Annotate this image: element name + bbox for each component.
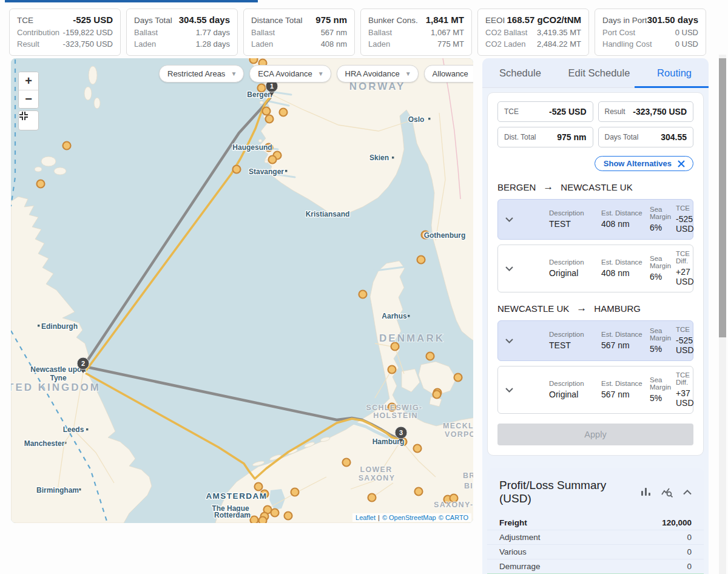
dropdown-label: Allowance [433,69,468,78]
port-marker[interactable] [291,488,299,496]
route-option-selected[interactable]: DescriptionTEST Est. Distance408 nm Sea … [497,199,693,240]
active-tab-indicator [635,86,709,88]
port-marker[interactable] [263,107,271,115]
eca-avoidance-dropdown[interactable]: ECA Avoidance▼ [249,65,331,83]
map-label: Stavanger [249,167,284,176]
kpi-card-days-in-port: Days in Port301.50 days Port Cost0 USD H… [595,8,706,56]
leaflet-link[interactable]: Leaflet [356,514,376,521]
apply-button[interactable]: Apply [497,424,693,445]
option-col-value: 6% [650,223,676,232]
chevron-down-icon[interactable] [505,263,549,274]
restricted-areas-dropdown[interactable]: Restricted Areas▼ [159,65,244,83]
port-marker[interactable] [388,366,396,374]
route-option-original[interactable]: DescriptionOriginal Est. Distance408 nm … [497,245,693,292]
option-col-value: Original [549,390,601,399]
map-label: SCHLESWIG- [366,403,423,412]
kpi-value: 301.50 days [647,14,698,26]
port-marker[interactable] [251,516,258,524]
option-col-value: -525 USD [676,214,687,234]
map-label: HOLSTEIN [373,411,418,420]
port-marker[interactable] [266,115,274,123]
summary-box-result: Result-323,750 USD [598,101,694,122]
port-marker[interactable] [414,445,422,453]
port-marker[interactable] [433,391,441,399]
map-label: AMSTERDAM [206,491,267,501]
city-dot [392,157,394,158]
kpi-sub-label: CO2 Laden [485,38,526,50]
dropdown-label: Restricted Areas [167,69,225,78]
chevron-down-icon[interactable] [505,335,549,346]
option-col-value: 408 nm [601,219,650,229]
close-icon[interactable] [677,160,686,168]
pnl-row-freight: Freight120,000 [487,516,704,530]
map-label: Kristiansand [306,210,350,218]
option-col-value: 408 nm [601,268,650,278]
trend-search-icon[interactable] [661,487,673,498]
port-marker[interactable] [271,509,279,517]
map-filter-row: Restricted Areas▼ ECA Avoidance▼ HRA Avo… [159,65,473,83]
option-col-value: +37 USD [676,388,687,408]
port-marker[interactable] [269,156,277,164]
map-label: Tyne [50,374,66,382]
page-scrollbar-track[interactable] [719,55,726,574]
fit-bounds-button[interactable] [18,110,39,130]
openstreetmap-link[interactable]: © OpenStreetMap [382,514,436,521]
waypoint-pin-number: 1 [270,83,274,90]
tab-edit-schedule[interactable]: Edit Schedule [568,67,630,79]
chevron-down-icon[interactable] [505,214,549,225]
port-marker[interactable] [368,494,376,502]
port-marker[interactable] [250,58,258,64]
leg-header-newcastle-hamburg: NEWCASTLE UK → HAMBURG [497,302,693,314]
route-option-selected[interactable]: DescriptionTEST Est. Distance567 nm Sea … [497,320,693,361]
allowance-dropdown[interactable]: Allowance▼ [424,65,473,83]
port-marker[interactable] [37,180,45,188]
map-label: Edinburgh [41,322,78,331]
city-dot [428,118,430,120]
chevron-down-icon: ▼ [231,70,237,77]
port-marker[interactable] [255,483,263,491]
pnl-row-demurrage: Demurrage0 [487,559,704,573]
zoom-out-button[interactable]: − [19,90,38,108]
port-marker[interactable] [415,488,423,496]
port-marker[interactable] [417,256,425,264]
kpi-label: TCE [17,15,33,27]
summary-label: Result [605,107,625,116]
map-canvas[interactable]: NORWAYBergenOsloHaugesundStavangerSkienK… [11,58,473,523]
hra-avoidance-dropdown[interactable]: HRA Avoidance▼ [337,65,419,83]
kpi-value: 975 nm [315,14,347,26]
port-marker[interactable] [233,166,241,174]
port-marker[interactable] [285,512,292,520]
kpi-sub-value: 3,419.35 MT [537,27,581,38]
option-col-header: Description [549,258,601,266]
dropdown-label: HRA Avoidance [345,69,400,78]
port-marker[interactable] [359,291,367,299]
pnl-row-adjustment: Adjustment0 [487,530,704,544]
zoom-in-button[interactable]: + [19,72,38,90]
kpi-sub-label: Handling Cost [602,38,652,50]
map-label: Birmingham [36,486,79,495]
port-marker[interactable] [280,109,288,116]
kpi-value: -525 USD [73,14,113,26]
port-marker[interactable] [454,374,462,382]
port-marker[interactable] [343,459,351,467]
carto-link[interactable]: © CARTO [439,514,468,521]
show-alternatives-label: Show Alternatives [604,159,672,168]
option-col-header: Est. Distance [601,209,650,217]
route-option-original[interactable]: DescriptionOriginal Est. Distance567 nm … [497,366,693,414]
port-marker[interactable] [259,517,267,524]
tab-routing[interactable]: Routing [657,67,692,79]
option-col-header: TCE Diff. [676,250,687,265]
option-col-header: Description [549,380,601,387]
chevron-up-icon[interactable] [683,490,692,495]
summary-value: 975 nm [557,132,586,142]
active-module-accent-bar [5,0,258,2]
tab-schedule[interactable]: Schedule [499,67,541,79]
port-marker[interactable] [63,142,71,150]
port-marker[interactable] [426,353,434,360]
option-col-header: TCE Diff. [676,371,687,386]
show-alternatives-button[interactable]: Show Alternatives [595,156,693,171]
page-scrollbar-thumb[interactable] [719,58,726,337]
route-map[interactable]: NORWAYBergenOsloHaugesundStavangerSkienK… [11,58,473,523]
chevron-down-icon[interactable] [505,384,549,395]
bar-chart-icon[interactable] [641,487,652,497]
